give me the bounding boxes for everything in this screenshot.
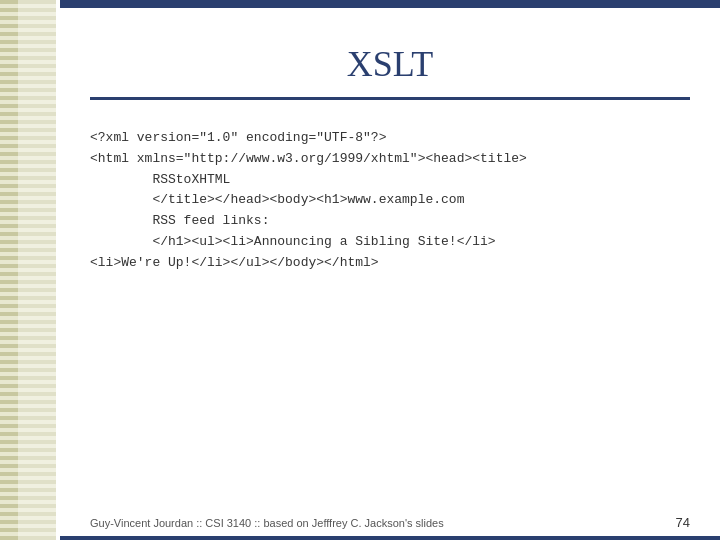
- code-line-2: <html xmlns="http://www.w3.org/1999/xhtm…: [90, 149, 690, 170]
- top-bar: [60, 0, 720, 8]
- code-block: <?xml version="1.0" encoding="UTF-8"?> <…: [90, 128, 690, 500]
- footer-credit: Guy-Vincent Jourdan :: CSI 3140 :: based…: [90, 517, 444, 529]
- stripe-dark: [0, 0, 18, 540]
- main-content: XSLT <?xml version="1.0" encoding="UTF-8…: [60, 8, 720, 540]
- footer: Guy-Vincent Jourdan :: CSI 3140 :: based…: [60, 515, 720, 530]
- bottom-stripe: [60, 536, 720, 540]
- code-line-3: RSStoXHTML: [90, 170, 690, 191]
- slide-title: XSLT: [90, 43, 690, 85]
- left-stripes: [0, 0, 60, 540]
- code-line-6: </h1><ul><li>Announcing a Sibling Site!<…: [90, 232, 690, 253]
- stripe-light: [18, 0, 56, 540]
- code-line-7: <li>We're Up!</li></ul></body></html>: [90, 253, 690, 274]
- code-line-1: <?xml version="1.0" encoding="UTF-8"?>: [90, 128, 690, 149]
- code-line-5: RSS feed links:: [90, 211, 690, 232]
- code-line-4: </title></head><body><h1>www.example.com: [90, 190, 690, 211]
- title-underline: [90, 97, 690, 100]
- footer-page-number: 74: [676, 515, 690, 530]
